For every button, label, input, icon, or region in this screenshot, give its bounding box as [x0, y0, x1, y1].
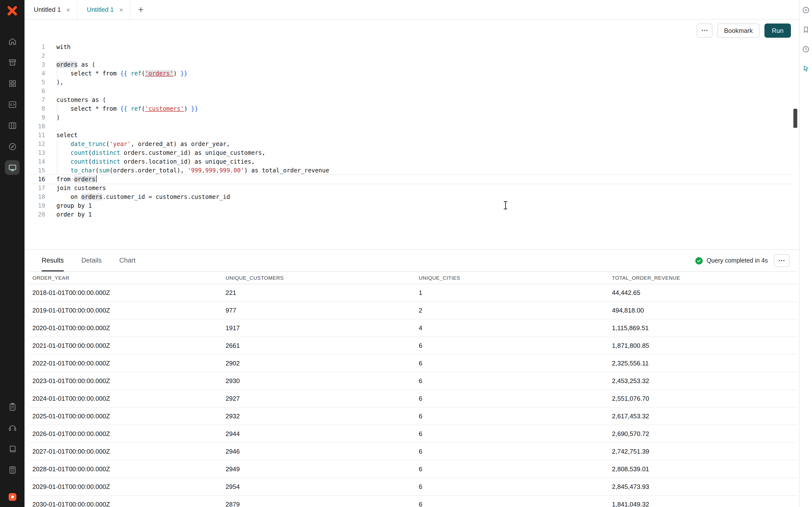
- code-line[interactable]: 2: [24, 51, 799, 60]
- archive-icon: [8, 58, 17, 67]
- code-line[interactable]: 9): [24, 113, 799, 122]
- results-more-button[interactable]: [774, 254, 790, 267]
- new-tab-button[interactable]: +: [131, 0, 151, 19]
- sidebar-item-home[interactable]: [5, 34, 19, 49]
- code-line[interactable]: 7customers as (: [24, 96, 799, 104]
- table-row: 2019-01-01T00:00:00.000Z9772494,818.00: [30, 302, 797, 319]
- table-cell: 6: [416, 501, 609, 507]
- code-text: count(distinct orders.location_id) as un…: [45, 157, 255, 166]
- table-cell: 494,818.00: [609, 307, 797, 314]
- table-cell: 2: [416, 307, 609, 314]
- code-line[interactable]: 14 count(distinct orders.location_id) as…: [24, 157, 799, 166]
- editor-toolbar: Bookmark Run: [24, 19, 799, 42]
- right-sidebar-item-pointer[interactable]: [800, 63, 812, 74]
- code-token: to_char: [70, 167, 95, 174]
- sidebar-item-calculator[interactable]: [5, 462, 19, 477]
- code-token: 'year': [110, 140, 131, 148]
- code-line[interactable]: 11select: [24, 131, 799, 139]
- table-cell: 2,690,570.72: [609, 430, 797, 438]
- code-token: distinct: [92, 150, 120, 156]
- right-sidebar-item-history[interactable]: [800, 43, 812, 55]
- code-text: ): [45, 113, 60, 122]
- sidebar-item-compass[interactable]: [5, 139, 19, 154]
- code-line[interactable]: 5),: [24, 78, 799, 87]
- sidebar-item-grid[interactable]: [5, 76, 19, 91]
- code-line[interactable]: 6: [24, 87, 799, 96]
- code-token: customers: [70, 185, 106, 191]
- table-cell: 2944: [222, 430, 416, 438]
- line-number: 7: [24, 96, 45, 104]
- main-area: Untitled 1×Untitled 1× + Bookmark Run 1w…: [24, 0, 799, 507]
- code-token: (: [88, 61, 95, 68]
- table-cell: 2,325,556.11: [609, 359, 797, 367]
- table-cell: 2,453,253.32: [609, 377, 797, 385]
- results-tab-bar: ResultsDetailsChart Query completed in 4…: [24, 250, 799, 271]
- sql-editor[interactable]: 1with23orders as (4 select * from {{ ref…: [24, 42, 799, 249]
- run-button[interactable]: Run: [764, 23, 791, 38]
- code-token: *: [92, 70, 102, 77]
- editor-tab[interactable]: Untitled 1×: [24, 0, 78, 19]
- code-line[interactable]: 18 on orders.customer_id = customers.cus…: [24, 192, 799, 201]
- code-line[interactable]: 3orders as (: [24, 60, 799, 69]
- code-token: ),: [56, 79, 63, 86]
- code-token: select: [56, 132, 78, 138]
- sidebar-item-layout[interactable]: [5, 118, 19, 133]
- table-cell: 2030-01-01T00:00:00.000Z: [30, 501, 222, 507]
- code-token: ): [56, 114, 60, 121]
- results-tab-chart[interactable]: Chart: [119, 250, 136, 271]
- code-text: to_char(sum(orders.order_total), '999,99…: [45, 166, 329, 175]
- table-row: 2024-01-01T00:00:00.000Z292762,551,076.7…: [30, 390, 797, 407]
- code-token: (orders.order_total),: [110, 167, 188, 174]
- sidebar-item-terminal[interactable]: [5, 160, 19, 175]
- more-options-button[interactable]: [697, 23, 712, 38]
- code-line[interactable]: 15 to_char(sum(orders.order_total), '999…: [24, 166, 799, 175]
- sidebar-item-headset[interactable]: [5, 420, 19, 435]
- right-sidebar-item-explore[interactable]: [800, 4, 812, 16]
- column-header: ORDER_YEAR: [30, 275, 222, 281]
- close-icon[interactable]: ×: [66, 6, 70, 13]
- table-cell: 2,742,751.39: [609, 448, 797, 455]
- table-cell: 2879: [222, 501, 416, 507]
- right-sidebar-item-bookmark[interactable]: [800, 23, 812, 35]
- code-token: on: [70, 193, 78, 200]
- code-line[interactable]: 12 date_trunc('year', ordered_at) as ord…: [24, 139, 799, 149]
- layout-icon: [8, 121, 17, 130]
- calculator-icon: [8, 465, 17, 474]
- sidebar-item-clipboard[interactable]: [5, 399, 19, 414]
- table-row: 2020-01-01T00:00:00.000Z191741,115,869.5…: [30, 319, 797, 337]
- table-cell: 2927: [222, 395, 416, 402]
- sidebar-item-book[interactable]: [5, 441, 19, 456]
- code-line[interactable]: 17join customers: [24, 184, 799, 192]
- sidebar-item-code[interactable]: [5, 97, 19, 112]
- sidebar-item-archive[interactable]: [5, 55, 19, 69]
- code-line[interactable]: 10: [24, 122, 799, 131]
- code-token: [117, 105, 120, 112]
- code-line[interactable]: 13 count(distinct orders.customer_id) as…: [24, 149, 799, 157]
- code-line[interactable]: 4 select * from {{ ref('orders') }}: [24, 69, 799, 78]
- code-text: [45, 87, 56, 96]
- code-line[interactable]: 19group by 1: [24, 201, 799, 210]
- code-line[interactable]: 1with: [24, 43, 799, 51]
- line-number: 2: [24, 51, 45, 60]
- app-logo[interactable]: [5, 4, 19, 18]
- code-token: as: [195, 150, 202, 156]
- code-token: 'customers': [145, 105, 184, 112]
- code-line[interactable]: 20order by 1: [24, 210, 799, 219]
- code-token: select: [70, 70, 92, 77]
- table-cell: 2028-01-01T00:00:00.000Z: [30, 465, 222, 473]
- bookmark-button[interactable]: Bookmark: [717, 23, 760, 38]
- editor-scrollbar-thumb[interactable]: [793, 109, 797, 128]
- editor-tab[interactable]: Untitled 1×: [78, 0, 131, 19]
- code-line[interactable]: 8 select * from {{ ref('customers') }}: [24, 104, 799, 113]
- code-text: order by 1: [45, 210, 92, 219]
- home-icon: [8, 37, 17, 46]
- code-line[interactable]: 16from orders: [24, 175, 799, 184]
- close-icon[interactable]: ×: [119, 6, 123, 13]
- results-tab-results[interactable]: Results: [42, 250, 64, 271]
- sidebar-item-dbt[interactable]: [5, 489, 19, 504]
- results-tab-strip: ResultsDetailsChart: [42, 250, 136, 271]
- code-token: ): [173, 70, 177, 77]
- results-tab-details[interactable]: Details: [82, 250, 102, 271]
- line-number: 13: [24, 149, 45, 157]
- active-line-border-top: [30, 174, 793, 175]
